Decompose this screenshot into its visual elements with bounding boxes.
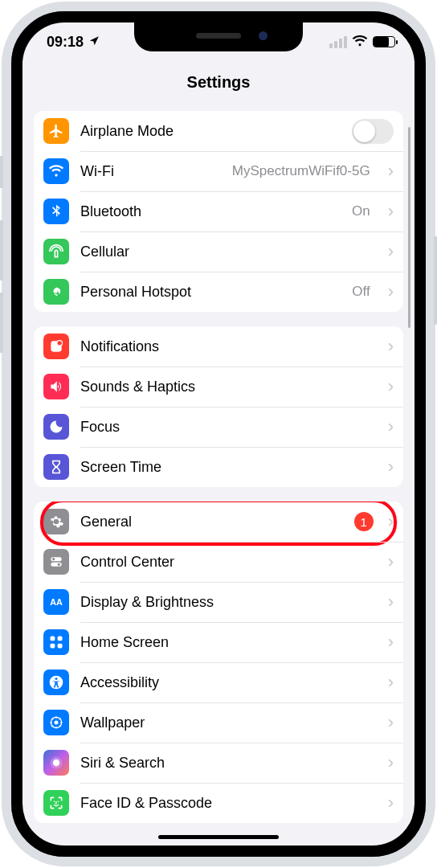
- svg-point-17: [53, 760, 59, 766]
- row-faceid[interactable]: Face ID & Passcode›: [34, 783, 403, 823]
- faceid-icon: [43, 790, 69, 816]
- wifi-icon: [43, 158, 69, 184]
- accessibility-icon: [43, 669, 69, 695]
- chevron-right-icon: ›: [388, 161, 394, 182]
- row-bluetooth[interactable]: BluetoothOn›: [34, 191, 403, 231]
- chevron-right-icon: ›: [388, 336, 394, 357]
- chevron-right-icon: ›: [388, 752, 394, 773]
- chevron-right-icon: ›: [388, 416, 394, 437]
- settings-group: Notifications›Sounds & Haptics›Focus›Scr…: [34, 326, 403, 487]
- sounds-icon: [43, 374, 69, 399]
- scroll-indicator[interactable]: [408, 127, 410, 328]
- chevron-right-icon: ›: [388, 551, 394, 572]
- row-airplane[interactable]: Airplane Mode: [34, 111, 403, 151]
- row-label: Wi-Fi: [80, 163, 114, 180]
- chevron-right-icon: ›: [388, 241, 394, 262]
- toggle-switch[interactable]: [352, 119, 394, 144]
- row-homescreen[interactable]: Home Screen›: [34, 622, 403, 662]
- row-label: Home Screen: [80, 634, 169, 651]
- chevron-right-icon: ›: [388, 201, 394, 222]
- wifi-icon: [352, 34, 368, 51]
- svg-point-5: [52, 558, 55, 560]
- page-title: Settings: [22, 61, 415, 103]
- row-label: General: [80, 514, 132, 530]
- screentime-icon: [43, 454, 69, 480]
- svg-point-0: [55, 290, 57, 293]
- row-general[interactable]: General1›: [34, 502, 403, 542]
- focus-icon: [43, 414, 69, 440]
- row-notifications[interactable]: Notifications›: [34, 326, 403, 366]
- controlcenter-icon: [43, 549, 69, 575]
- side-button: [434, 236, 437, 325]
- cellular-icon: [43, 239, 69, 264]
- chevron-right-icon: ›: [388, 281, 394, 302]
- settings-group: Airplane ModeWi-FiMySpectrumWiFif0-5G›Bl…: [34, 111, 403, 312]
- svg-rect-11: [58, 644, 63, 649]
- row-label: Bluetooth: [80, 203, 141, 220]
- row-label: Face ID & Passcode: [80, 795, 212, 812]
- row-label: Display & Brightness: [80, 594, 214, 611]
- chevron-right-icon: ›: [388, 457, 394, 477]
- row-label: Airplane Mode: [80, 123, 174, 140]
- volume-down-button: [0, 293, 3, 353]
- svg-point-15: [55, 721, 59, 725]
- general-icon: [43, 509, 69, 534]
- row-value: MySpectrumWiFif0-5G: [232, 163, 370, 179]
- notification-badge: 1: [354, 512, 374, 531]
- notch: [134, 23, 303, 51]
- bezel: 09:18 Settings Airplane ModeWi-FiMySpect…: [11, 11, 426, 857]
- row-wifi[interactable]: Wi-FiMySpectrumWiFif0-5G›: [34, 151, 403, 191]
- location-icon: [88, 34, 100, 51]
- row-label: Personal Hotspot: [80, 284, 191, 301]
- svg-point-19: [58, 801, 59, 803]
- chevron-right-icon: ›: [388, 592, 394, 612]
- chevron-right-icon: ›: [388, 792, 394, 813]
- svg-rect-8: [51, 637, 55, 641]
- phone-frame: 09:18 Settings Airplane ModeWi-FiMySpect…: [2, 2, 435, 866]
- row-value: On: [352, 203, 370, 219]
- svg-point-18: [54, 801, 55, 803]
- display-icon: AA: [43, 589, 69, 615]
- wallpaper-icon: [43, 710, 69, 735]
- row-display[interactable]: AADisplay & Brightness›: [34, 582, 403, 622]
- notifications-icon: [43, 334, 69, 359]
- mute-switch: [0, 156, 3, 188]
- status-time: 09:18: [47, 34, 84, 51]
- cell-signal-icon: [329, 36, 347, 48]
- row-hotspot[interactable]: Personal HotspotOff›: [34, 272, 403, 312]
- bluetooth-icon: [43, 199, 69, 224]
- home-indicator[interactable]: [158, 835, 279, 839]
- svg-text:AA: AA: [50, 597, 63, 607]
- svg-rect-9: [58, 637, 63, 641]
- row-label: Screen Time: [80, 459, 161, 476]
- chevron-right-icon: ›: [388, 712, 394, 733]
- hotspot-icon: [43, 279, 69, 305]
- screen: 09:18 Settings Airplane ModeWi-FiMySpect…: [22, 23, 415, 845]
- battery-icon: [373, 36, 395, 47]
- row-sounds[interactable]: Sounds & Haptics›: [34, 366, 403, 407]
- chevron-right-icon: ›: [388, 672, 394, 693]
- row-label: Cellular: [80, 244, 129, 260]
- homescreen-icon: [43, 629, 69, 655]
- chevron-right-icon: ›: [388, 511, 394, 532]
- row-focus[interactable]: Focus›: [34, 407, 403, 447]
- airplane-icon: [43, 118, 69, 144]
- row-label: Focus: [80, 419, 120, 436]
- settings-list: Airplane ModeWi-FiMySpectrumWiFif0-5G›Bl…: [22, 103, 415, 831]
- row-value: Off: [352, 284, 370, 300]
- row-label: Notifications: [80, 338, 159, 355]
- row-label: Siri & Search: [80, 755, 165, 772]
- row-accessibility[interactable]: Accessibility›: [34, 662, 403, 702]
- row-label: Wallpaper: [80, 714, 145, 731]
- chevron-right-icon: ›: [388, 376, 394, 397]
- row-cellular[interactable]: Cellular›: [34, 231, 403, 272]
- svg-point-2: [57, 341, 63, 346]
- row-label: Accessibility: [80, 674, 159, 691]
- row-siri[interactable]: Siri & Search›: [34, 743, 403, 783]
- volume-up-button: [0, 220, 3, 280]
- row-wallpaper[interactable]: Wallpaper›: [34, 702, 403, 743]
- row-label: Sounds & Haptics: [80, 379, 195, 395]
- siri-icon: [43, 750, 69, 776]
- row-controlcenter[interactable]: Control Center›: [34, 542, 403, 582]
- row-screentime[interactable]: Screen Time›: [34, 447, 403, 487]
